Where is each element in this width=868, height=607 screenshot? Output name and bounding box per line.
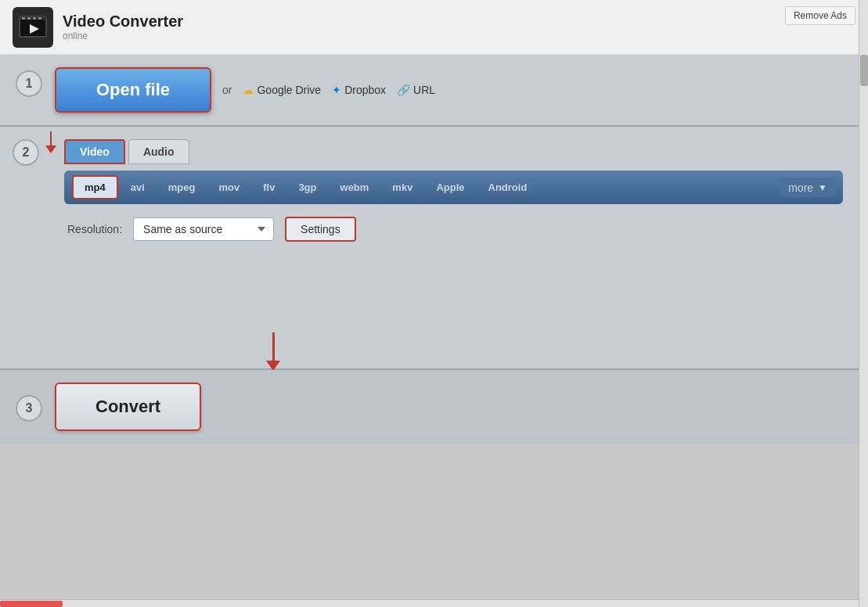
main-tabs: Video Audio bbox=[64, 139, 843, 164]
or-text: or bbox=[222, 84, 232, 96]
cloud-links: ☁ Google Drive ✦ Dropbox 🔗 URL bbox=[243, 84, 435, 96]
format-more-label: more bbox=[788, 181, 813, 194]
google-drive-label: Google Drive bbox=[257, 84, 321, 96]
format-webm[interactable]: webm bbox=[330, 177, 380, 198]
dropbox-icon: ✦ bbox=[332, 84, 341, 96]
convert-button[interactable]: Convert bbox=[55, 383, 201, 431]
step3-number: 3 bbox=[16, 395, 42, 422]
format-mkv[interactable]: mkv bbox=[381, 177, 423, 198]
step1-inner: Open file or ☁ Google Drive ✦ Dropbox 🔗 … bbox=[55, 67, 843, 113]
open-file-button[interactable]: Open file bbox=[55, 67, 211, 113]
bottom-scrollbar[interactable] bbox=[0, 599, 859, 607]
dropbox-label: Dropbox bbox=[344, 84, 386, 96]
format-3gp[interactable]: 3gp bbox=[287, 177, 327, 198]
format-android[interactable]: Android bbox=[477, 177, 538, 198]
svg-rect-4 bbox=[33, 17, 36, 20]
format-more-button[interactable]: more ▼ bbox=[780, 178, 835, 197]
app-icon bbox=[13, 7, 53, 48]
step2-header: 2 Video Audio mp4 avi bbox=[13, 139, 843, 242]
google-drive-icon: ☁ bbox=[243, 84, 254, 96]
main-content: 1 Open file or ☁ Google Drive ✦ Dropbox … bbox=[0, 55, 859, 444]
format-bar: mp4 avi mpeg mov flv 3gp webm mkv Apple … bbox=[64, 171, 843, 204]
step3-section: 3 Convert bbox=[0, 370, 859, 444]
format-mpeg[interactable]: mpeg bbox=[157, 177, 207, 198]
google-drive-link[interactable]: ☁ Google Drive bbox=[243, 84, 321, 96]
more-chevron-icon: ▼ bbox=[818, 182, 827, 193]
settings-button[interactable]: Settings bbox=[285, 217, 356, 242]
tab-audio[interactable]: Audio bbox=[128, 139, 189, 164]
format-tabs-wrapper: Video Audio mp4 avi mpeg mov flv 3gp web… bbox=[64, 139, 843, 242]
bottom-scrollbar-thumb bbox=[0, 601, 63, 607]
format-avi[interactable]: avi bbox=[120, 177, 156, 198]
step1-content: Open file or ☁ Google Drive ✦ Dropbox 🔗 … bbox=[55, 67, 843, 113]
svg-rect-2 bbox=[22, 17, 25, 20]
format-mov[interactable]: mov bbox=[207, 177, 250, 198]
tab-video[interactable]: Video bbox=[64, 139, 125, 164]
step1-section: 1 Open file or ☁ Google Drive ✦ Dropbox … bbox=[0, 55, 859, 127]
step1-number: 1 bbox=[16, 70, 42, 97]
url-label: URL bbox=[413, 84, 435, 96]
big-down-arrow bbox=[266, 332, 280, 371]
link-icon: 🔗 bbox=[397, 84, 410, 96]
format-mp4[interactable]: mp4 bbox=[72, 175, 118, 199]
step2-number: 2 bbox=[13, 139, 39, 166]
svg-rect-5 bbox=[38, 17, 41, 20]
step2-arrow bbox=[45, 131, 56, 153]
format-flv[interactable]: flv bbox=[252, 177, 286, 198]
format-apple[interactable]: Apple bbox=[425, 177, 475, 198]
resolution-select[interactable]: Same as source 1920x1080 1280x720 854x48… bbox=[133, 217, 274, 241]
svg-rect-3 bbox=[27, 17, 31, 20]
app-title: Video Converter bbox=[63, 13, 183, 31]
dropbox-link[interactable]: ✦ Dropbox bbox=[332, 84, 386, 96]
big-arrow-line bbox=[272, 332, 275, 361]
step2-body: Video Audio mp4 avi mpeg mov flv 3gp web… bbox=[45, 139, 843, 242]
scrollbar[interactable] bbox=[859, 0, 868, 607]
resolution-row: Resolution: Same as source 1920x1080 128… bbox=[64, 217, 843, 242]
header: Video Converter online Remove Ads bbox=[0, 0, 868, 55]
app-subtitle: online bbox=[63, 31, 183, 41]
scrollbar-thumb bbox=[860, 55, 868, 86]
resolution-label: Resolution: bbox=[67, 223, 122, 235]
url-link[interactable]: 🔗 URL bbox=[397, 84, 435, 96]
step2-section: 2 Video Audio mp4 avi bbox=[0, 127, 859, 370]
app-title-block: Video Converter online bbox=[63, 13, 183, 41]
remove-ads-button[interactable]: Remove Ads bbox=[785, 6, 855, 25]
